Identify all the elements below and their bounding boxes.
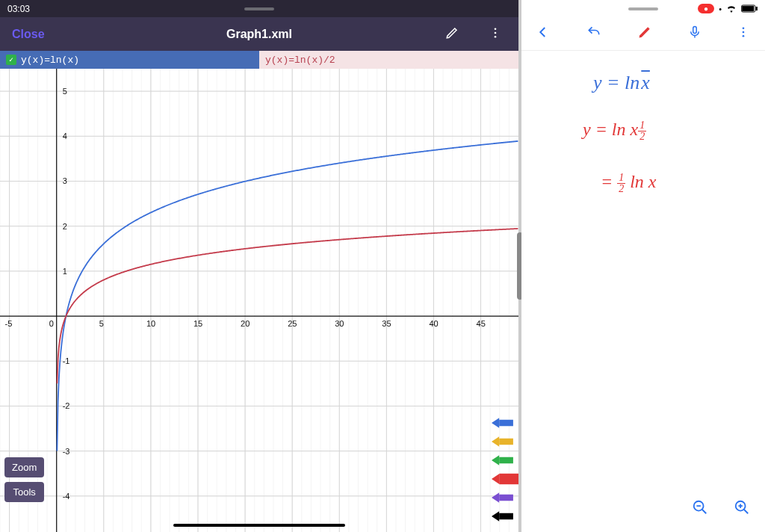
svg-text:10: 10 <box>146 319 155 328</box>
svg-text:3: 3 <box>63 176 67 185</box>
close-palette-icon[interactable]: ✕ <box>497 526 518 532</box>
svg-rect-120 <box>499 495 513 501</box>
status-bar-left: 03:03 <box>0 0 518 17</box>
svg-text:45: 45 <box>477 319 486 328</box>
edit-icon[interactable] <box>441 22 463 47</box>
svg-text:2: 2 <box>63 222 67 231</box>
document-title: Graph1.xml <box>226 28 292 41</box>
svg-point-127 <box>743 27 745 29</box>
svg-text:0: 0 <box>49 319 54 328</box>
bottom-zoom-tools <box>687 495 755 523</box>
zoom-in-icon[interactable] <box>729 495 755 523</box>
svg-rect-125 <box>743 6 754 11</box>
graph-svg: -5051015202530354045-4-3-2-112345 <box>0 69 518 532</box>
svg-text:-4: -4 <box>63 492 70 501</box>
svg-marker-111 <box>492 418 499 428</box>
tools-button[interactable]: Tools <box>4 482 44 502</box>
pen-icon[interactable] <box>633 20 657 47</box>
svg-marker-119 <box>492 492 499 503</box>
handwritten-eq-1: y = lnx <box>593 72 650 94</box>
svg-point-0 <box>495 28 497 30</box>
graph-canvas[interactable]: -5051015202530354045-4-3-2-112345 Zoom T… <box>0 69 518 532</box>
svg-text:-5: -5 <box>5 319 13 328</box>
svg-marker-115 <box>492 455 499 466</box>
svg-point-128 <box>743 31 745 34</box>
svg-text:-1: -1 <box>63 356 70 365</box>
svg-rect-124 <box>756 7 758 10</box>
svg-rect-118 <box>500 474 518 484</box>
svg-rect-126 <box>693 27 696 34</box>
more-icon[interactable] <box>484 22 507 47</box>
svg-text:-3: -3 <box>63 447 70 456</box>
handwritten-eq-3: = 12 ln x <box>601 172 657 194</box>
home-indicator[interactable] <box>173 524 345 527</box>
pen-color-4[interactable] <box>492 489 518 507</box>
svg-text:30: 30 <box>335 319 344 328</box>
svg-text:5: 5 <box>63 87 67 96</box>
notes-toolbar <box>521 17 765 51</box>
pen-color-0[interactable] <box>492 414 518 432</box>
back-icon[interactable] <box>532 21 554 46</box>
close-button[interactable]: Close <box>0 28 57 41</box>
pen-color-3[interactable] <box>492 470 518 488</box>
graph-app-pane: 03:03 Close Graph1.xml ✓ y(x)=ln(x) y(x)… <box>0 0 518 532</box>
equation-tab-2[interactable]: y(x)=ln(x)/2 <box>259 51 518 69</box>
svg-text:-2: -2 <box>63 401 70 410</box>
multitask-handle-right[interactable] <box>628 7 658 10</box>
svg-rect-122 <box>499 513 513 520</box>
notes-canvas[interactable]: y = lnx y = ln x12 = 12 ln x <box>521 51 765 532</box>
equation-label: y(x)=ln(x) <box>21 55 79 66</box>
microphone-icon[interactable] <box>684 20 706 47</box>
svg-text:1: 1 <box>63 267 67 276</box>
handwritten-eq-2: y = ln x12 <box>583 120 646 142</box>
pen-color-5[interactable] <box>492 507 518 525</box>
undo-icon[interactable] <box>581 20 607 47</box>
battery-icon <box>741 4 758 13</box>
equation-label: y(x)=ln(x)/2 <box>265 55 335 66</box>
svg-text:35: 35 <box>382 319 391 328</box>
wifi-icon <box>726 5 737 13</box>
svg-point-129 <box>743 35 745 37</box>
svg-point-2 <box>495 35 497 37</box>
svg-rect-116 <box>499 457 513 464</box>
svg-rect-112 <box>499 420 513 427</box>
zoom-button[interactable]: Zoom <box>4 457 44 477</box>
equation-tab-1[interactable]: ✓ y(x)=ln(x) <box>0 51 259 69</box>
multitask-handle-left[interactable] <box>244 7 274 10</box>
clock: 03:03 <box>7 4 30 14</box>
svg-marker-121 <box>492 511 499 522</box>
recording-indicator[interactable]: ● <box>698 4 714 13</box>
pen-color-1[interactable] <box>492 433 518 451</box>
status-bar-right: ● • <box>521 0 765 17</box>
svg-text:20: 20 <box>241 319 250 328</box>
graph-tools-group: Zoom Tools <box>4 457 44 502</box>
titlebar-actions <box>441 22 518 47</box>
orientation-lock-icon: • <box>719 4 722 13</box>
svg-marker-113 <box>492 436 499 447</box>
svg-text:4: 4 <box>63 132 67 140</box>
pen-color-2[interactable] <box>492 451 518 469</box>
svg-point-1 <box>495 31 497 34</box>
svg-text:40: 40 <box>429 319 438 328</box>
checkmark-icon: ✓ <box>6 55 16 65</box>
notes-app-pane: ● • y = lnx y = ln x12 = 12 ln x <box>521 0 765 532</box>
equation-tabs: ✓ y(x)=ln(x) y(x)=ln(x)/2 <box>0 51 518 69</box>
svg-marker-117 <box>492 474 500 484</box>
svg-text:15: 15 <box>193 319 202 328</box>
zoom-out-icon[interactable] <box>687 495 713 523</box>
title-bar: Close Graph1.xml <box>0 17 518 51</box>
more-icon[interactable] <box>732 21 755 46</box>
svg-text:5: 5 <box>99 319 104 328</box>
pen-palette: ✕ <box>492 414 518 532</box>
svg-text:25: 25 <box>288 319 297 328</box>
svg-rect-114 <box>499 439 513 445</box>
